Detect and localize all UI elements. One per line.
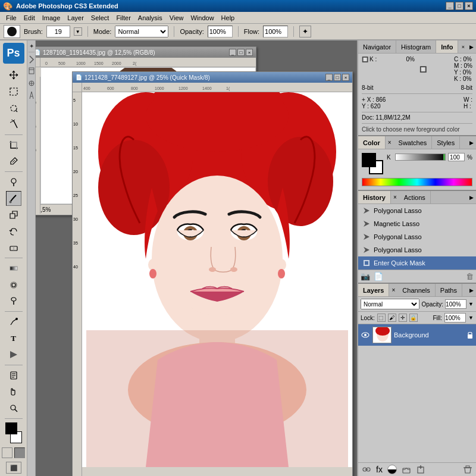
layer-item-background[interactable]: Background — [358, 324, 476, 346]
tool-pen[interactable] — [6, 314, 21, 330]
tool-blur[interactable] — [6, 277, 21, 293]
tool-type[interactable]: T — [6, 331, 21, 346]
tool-path-select[interactable] — [6, 347, 21, 362]
history-item-1[interactable]: Magnetic Lasso — [358, 217, 476, 230]
standard-mode-button[interactable] — [2, 447, 12, 458]
doc2-title-bar[interactable]: 📄 1211428_77489127.jpg @ 25% (Quick Mask… — [73, 72, 352, 83]
tool-brush[interactable] — [6, 191, 21, 206]
color-panel-menu[interactable]: ▶ — [467, 140, 476, 146]
layer-opacity-input[interactable] — [445, 299, 466, 309]
lock-image-button[interactable]: 🖌 — [388, 314, 396, 322]
doc1-maximize[interactable]: □ — [237, 49, 245, 56]
tab-info[interactable]: Info — [436, 40, 458, 53]
tab-actions[interactable]: Actions — [399, 191, 431, 203]
create-new-doc-button[interactable]: 📄 — [374, 272, 383, 281]
lock-transparent-button[interactable]: ⬚ — [377, 314, 386, 322]
menu-filter[interactable]: Filter — [112, 13, 134, 23]
k-slider-track[interactable] — [395, 154, 446, 161]
history-item-0[interactable]: Polygonal Lasso — [358, 204, 476, 217]
screen-mode-button[interactable]: ⬛ — [6, 462, 21, 474]
menu-layer[interactable]: Layer — [64, 13, 87, 23]
tool-healing[interactable] — [6, 174, 21, 190]
lock-position-button[interactable]: ✛ — [399, 314, 407, 322]
tab-history[interactable]: History — [358, 191, 391, 203]
mode-select[interactable]: Normal — [115, 26, 168, 37]
tool-zoom[interactable] — [6, 400, 21, 416]
menu-help[interactable]: Help — [218, 13, 239, 23]
layer-visibility-eye[interactable] — [361, 330, 370, 340]
menu-file[interactable]: File — [2, 13, 20, 23]
add-mask-button[interactable] — [387, 465, 397, 474]
history-item-3[interactable]: Polygonal Lasso — [358, 243, 476, 256]
tab-histogram[interactable]: Histogram — [396, 40, 436, 53]
fill-dropdown-button[interactable]: ▼ — [468, 315, 474, 321]
lock-all-button[interactable]: 🔒 — [409, 314, 418, 322]
airbrush-button[interactable]: ✦ — [299, 26, 311, 37]
maximize-button[interactable]: □ — [455, 2, 464, 10]
tab-layers[interactable]: Layers — [358, 284, 389, 296]
tool-crop[interactable] — [6, 137, 21, 153]
doc2-maximize[interactable]: □ — [334, 74, 341, 81]
tool-move[interactable] — [6, 67, 21, 83]
delete-layer-button[interactable] — [463, 465, 472, 474]
tab-color[interactable]: Color — [358, 136, 386, 149]
menu-image[interactable]: Image — [39, 13, 64, 23]
tool-magic-wand[interactable] — [6, 117, 21, 132]
tab-channels[interactable]: Channels — [397, 284, 435, 296]
tool-eyedropper[interactable] — [6, 154, 21, 170]
brush-dropdown-button[interactable]: ▼ — [74, 27, 82, 36]
add-link-button[interactable] — [362, 465, 371, 474]
tool-history-brush[interactable] — [6, 224, 21, 239]
create-group-button[interactable] — [402, 465, 411, 474]
create-snapshot-button[interactable]: 📷 — [361, 272, 370, 281]
menu-edit[interactable]: Edit — [20, 13, 39, 23]
menu-view[interactable]: View — [166, 13, 187, 23]
side-toggle-1[interactable]: ✦ — [29, 43, 34, 49]
tool-gradient[interactable] — [6, 261, 21, 276]
tab-styles[interactable]: Styles — [432, 136, 460, 149]
doc1-minimize[interactable]: _ — [229, 49, 236, 56]
tool-notes[interactable] — [6, 368, 21, 383]
doc1-title-bar[interactable]: 📄 1287108_11914435.jpg @ 12,5% (RGB/8) _… — [31, 47, 256, 58]
tool-dodge[interactable] — [6, 294, 21, 309]
doc1-close[interactable]: × — [246, 49, 253, 56]
minimize-button[interactable]: _ — [446, 2, 454, 10]
tool-marquee[interactable] — [6, 84, 21, 99]
close-button[interactable]: × — [465, 2, 473, 10]
blend-mode-select[interactable]: Normal — [361, 299, 419, 309]
delete-history-button[interactable]: 🗑 — [466, 272, 474, 281]
tool-hand[interactable] — [6, 384, 21, 400]
layers-panel-menu[interactable]: ▶ — [467, 287, 476, 293]
history-item-2[interactable]: Polygonal Lasso — [358, 230, 476, 243]
info-panel-close[interactable]: × — [459, 44, 467, 50]
doc2-minimize[interactable]: _ — [325, 74, 333, 81]
tool-eraser[interactable] — [6, 240, 21, 256]
tool-lasso[interactable] — [6, 101, 21, 116]
color-fg-box[interactable] — [362, 153, 376, 167]
history-panel-menu[interactable]: ▶ — [467, 195, 476, 201]
foreground-color[interactable] — [5, 422, 17, 434]
opacity-input[interactable] — [208, 26, 233, 37]
flow-input[interactable] — [263, 26, 288, 37]
tab-swatches[interactable]: Swatches — [394, 136, 433, 149]
add-fx-button[interactable]: fx — [376, 465, 383, 474]
quick-mask-button[interactable] — [14, 447, 25, 458]
menu-select[interactable]: Select — [87, 13, 113, 23]
menu-window[interactable]: Window — [187, 13, 217, 23]
menu-analysis[interactable]: Analysis — [134, 13, 166, 23]
tab-navigator[interactable]: Navigator — [358, 40, 396, 53]
create-layer-button[interactable] — [416, 465, 425, 474]
info-panel-menu[interactable]: ▶ — [467, 44, 476, 50]
layers-tab-close[interactable]: × — [389, 286, 397, 295]
k-value-input[interactable] — [448, 153, 465, 161]
color-tab-close[interactable]: × — [386, 138, 394, 147]
tab-paths[interactable]: Paths — [436, 284, 462, 296]
doc2-close[interactable]: × — [342, 74, 349, 81]
brush-size-field[interactable]: 19 — [46, 26, 70, 37]
fill-input[interactable] — [444, 313, 466, 322]
color-spectrum-bar[interactable] — [362, 178, 472, 186]
history-tab-close[interactable]: × — [391, 193, 399, 202]
opacity-dropdown-button[interactable]: ▼ — [468, 301, 474, 307]
history-item-4[interactable]: Enter Quick Mask — [358, 256, 476, 270]
brush-preview[interactable] — [4, 25, 20, 38]
